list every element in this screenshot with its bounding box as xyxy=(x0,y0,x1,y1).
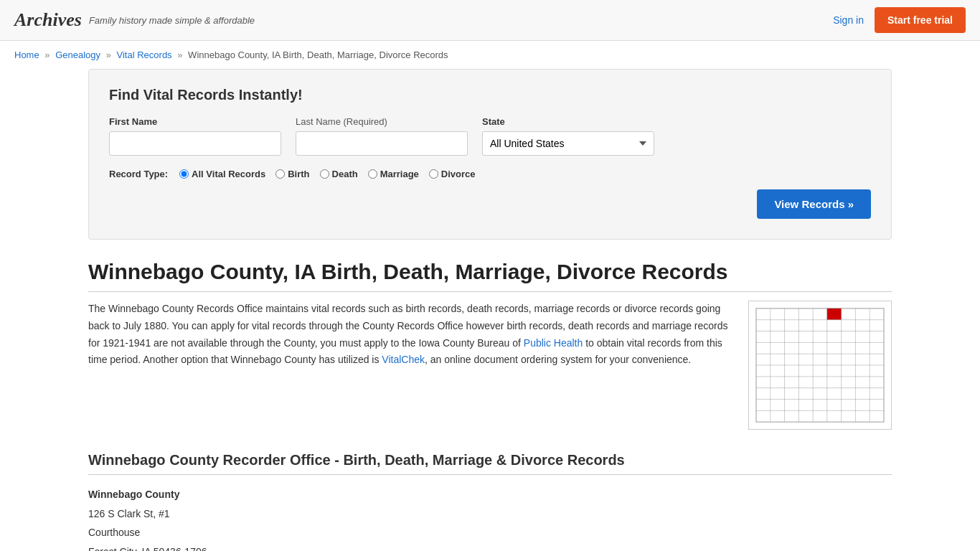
last-name-label: Last Name (Required) xyxy=(296,116,468,127)
radio-birth-label: Birth xyxy=(288,169,309,179)
search-title: Find Vital Records Instantly! xyxy=(109,87,871,103)
header-left: Archives Family history made simple & af… xyxy=(14,9,255,31)
radio-marriage[interactable]: Marriage xyxy=(368,169,419,179)
search-fields: First Name Last Name (Required) State Al… xyxy=(109,116,871,156)
radio-death-label: Death xyxy=(332,169,358,179)
radio-divorce[interactable]: Divorce xyxy=(429,169,476,179)
public-health-link[interactable]: Public Health xyxy=(524,337,583,349)
office-address2: Courthouse xyxy=(88,523,892,542)
iowa-counties xyxy=(756,309,884,422)
map-container xyxy=(748,301,892,432)
sign-in-link[interactable]: Sign in xyxy=(833,14,864,26)
office-city-state: Forest City, IA 50436-1706 xyxy=(88,542,892,551)
site-header: Archives Family history made simple & af… xyxy=(0,0,980,41)
radio-birth-input[interactable] xyxy=(275,169,285,179)
view-records-button[interactable]: View Records » xyxy=(757,189,871,219)
radio-death[interactable]: Death xyxy=(320,169,358,179)
search-box: Find Vital Records Instantly! First Name… xyxy=(88,69,892,240)
header-right: Sign in Start free trial xyxy=(833,7,966,33)
record-type-label: Record Type: xyxy=(109,169,168,179)
office-address1: 126 S Clark St, #1 xyxy=(88,504,892,524)
radio-all[interactable]: All Vital Records xyxy=(179,169,265,179)
breadcrumb-sep-3: » xyxy=(177,50,182,60)
radio-divorce-input[interactable] xyxy=(429,169,438,179)
first-name-input[interactable] xyxy=(109,131,281,156)
breadcrumb-current: Winnebago County, IA Birth, Death, Marri… xyxy=(188,50,448,60)
office-county: Winnebago County xyxy=(88,485,892,504)
breadcrumb-genealogy[interactable]: Genealogy xyxy=(55,50,100,60)
radio-all-label: All Vital Records xyxy=(192,169,265,179)
iowa-map xyxy=(748,301,892,430)
page-title: Winnebago County, IA Birth, Death, Marri… xyxy=(88,260,892,292)
radio-group: All Vital Records Birth Death Marriage D… xyxy=(179,169,475,179)
radio-marriage-label: Marriage xyxy=(380,169,419,179)
last-name-group: Last Name (Required) xyxy=(296,116,468,156)
state-group: State All United States Iowa Illinois Mi… xyxy=(482,116,654,156)
record-type-row: Record Type: All Vital Records Birth Dea… xyxy=(109,169,871,179)
content-area: The Winnebago County Records Office main… xyxy=(88,301,892,432)
radio-birth[interactable]: Birth xyxy=(275,169,309,179)
radio-death-input[interactable] xyxy=(320,169,329,179)
breadcrumb-sep-1: » xyxy=(44,50,50,60)
site-logo: Archives xyxy=(14,9,82,31)
breadcrumb: Home » Genealogy » Vital Records » Winne… xyxy=(0,41,980,69)
content-text: The Winnebago County Records Office main… xyxy=(88,301,731,369)
radio-divorce-label: Divorce xyxy=(441,169,476,179)
radio-all-input[interactable] xyxy=(179,169,189,179)
first-name-group: First Name xyxy=(109,116,281,156)
breadcrumb-sep-2: » xyxy=(106,50,111,60)
vitalchek-link[interactable]: VitalChek xyxy=(382,354,425,365)
search-row-bottom: View Records » xyxy=(109,189,871,219)
state-label: State xyxy=(482,116,654,127)
page-description: The Winnebago County Records Office main… xyxy=(88,301,731,369)
site-tagline: Family history made simple & affordable xyxy=(89,15,255,26)
office-info: Winnebago County 126 S Clark St, #1 Cour… xyxy=(88,485,892,551)
start-trial-button[interactable]: Start free trial xyxy=(875,7,966,33)
first-name-label: First Name xyxy=(109,116,281,127)
state-select[interactable]: All United States Iowa Illinois Minnesot… xyxy=(482,131,654,156)
radio-marriage-input[interactable] xyxy=(368,169,377,179)
recorder-heading: Winnebago County Recorder Office - Birth… xyxy=(88,452,892,475)
breadcrumb-home[interactable]: Home xyxy=(14,50,39,60)
last-name-input[interactable] xyxy=(296,131,468,156)
breadcrumb-vital-records[interactable]: Vital Records xyxy=(117,50,172,60)
svg-rect-18 xyxy=(827,309,842,320)
